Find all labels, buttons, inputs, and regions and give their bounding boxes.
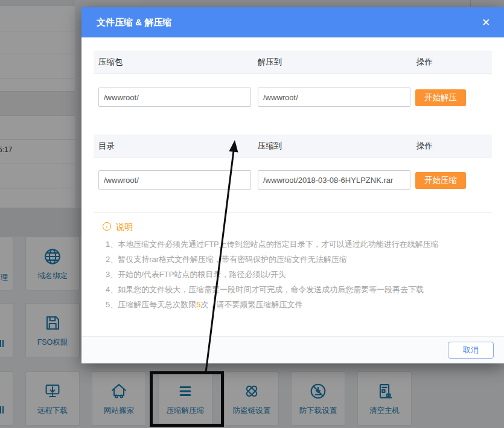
divider bbox=[94, 212, 492, 213]
start-compress-button[interactable]: 开始压缩 bbox=[415, 172, 466, 189]
note-item: 5、压缩解压每天总次数限5次，请不要频繁压缩解压文件 bbox=[106, 299, 468, 310]
column-header-action: 操作 bbox=[416, 51, 433, 73]
dialog-header: 文件压缩 & 解压缩 ✕ bbox=[81, 7, 504, 37]
cancel-button[interactable]: 取消 bbox=[448, 342, 494, 359]
compress-header-row: 目录 压缩到 操作 bbox=[94, 135, 492, 158]
start-decompress-button[interactable]: 开始解压 bbox=[415, 89, 466, 106]
column-header-action: 操作 bbox=[416, 135, 433, 157]
note-text: 5、压缩解压每天总次数限 bbox=[106, 300, 196, 309]
note-item: 1、本地压缩文件必须先通过FTP上传到您站点的指定目录下，才可以通过此功能进行在… bbox=[106, 239, 468, 250]
compress-target-input[interactable] bbox=[258, 170, 410, 190]
column-header-extract-to: 解压到 bbox=[258, 51, 282, 73]
note-item: 3、开始的/代表FTP站点的根目录，路径必须以/开头 bbox=[106, 269, 468, 280]
compress-source-input[interactable] bbox=[98, 170, 251, 190]
note-item: 4、如果您的文件较大，压缩需要一段时间才可完成，命令发送成功后您需要等一段再去下… bbox=[106, 284, 468, 295]
column-header-directory: 目录 bbox=[98, 135, 115, 157]
info-icon: i bbox=[103, 222, 111, 231]
dialog-title: 文件压缩 & 解压缩 bbox=[97, 7, 171, 37]
screen: 5:17 理 域名绑定 FSO权限 远程下载 bbox=[0, 0, 504, 428]
notes-title: 说明 bbox=[116, 222, 133, 233]
note-text: 次，请不要频繁压缩解压文件 bbox=[200, 300, 302, 309]
decompress-source-input[interactable] bbox=[98, 88, 251, 107]
note-item: 2、暂仅支持rar格式文件解压缩，带有密码保护的压缩文件无法解压缩 bbox=[106, 254, 468, 265]
close-icon[interactable]: ✕ bbox=[476, 7, 496, 37]
decompress-header-row: 压缩包 解压到 操作 bbox=[94, 51, 492, 74]
annotation-highlight-box bbox=[150, 371, 224, 427]
decompress-target-input[interactable] bbox=[258, 88, 410, 107]
dialog-footer: 取消 bbox=[81, 336, 504, 363]
column-header-package: 压缩包 bbox=[98, 51, 123, 73]
compress-dialog: 文件压缩 & 解压缩 ✕ 压缩包 解压到 操作 开始解压 目录 压缩到 操作 开… bbox=[81, 7, 504, 363]
column-header-compress-to: 压缩到 bbox=[258, 135, 282, 157]
